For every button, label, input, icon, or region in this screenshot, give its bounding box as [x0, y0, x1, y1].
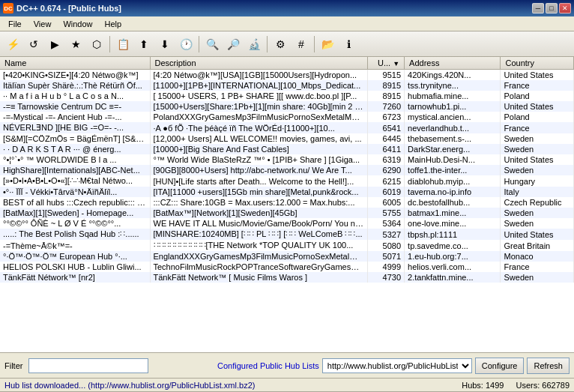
cell-users: 6290	[367, 165, 405, 175]
table-row[interactable]: .....: The Best Polish Sqad Hub :∷......…	[0, 229, 574, 240]
window-controls: ─ □ ✕	[532, 3, 571, 13]
table-row[interactable]: NÉVERLƎND ][HE BIG -=O=- -... ·Α ●б fÕ ·…	[0, 122, 574, 133]
recent-button[interactable]: 🕐	[176, 34, 196, 54]
cell-name: TänkFätt Nétwork™ [nr2]	[0, 272, 150, 283]
cell-users: 6215	[367, 175, 405, 187]
filter-input[interactable]	[28, 358, 148, 373]
table-row[interactable]: BEST of all hubs :::Czech republic::: (.…	[0, 197, 574, 208]
cell-addr: mystical.ancien...	[405, 112, 501, 122]
cell-addr: taverna.no-ip.info	[405, 187, 501, 197]
search2-button[interactable]: 🔎	[223, 34, 243, 54]
cell-addr: toffe1.the-inter...	[405, 165, 501, 175]
table-row[interactable]: [BatMax][1][Sweden] - Homepage... [BatMa…	[0, 208, 574, 218]
table-body: [•420•KING•SIZE•][4:20 Nétwo@k™] [4:20 N…	[0, 70, 574, 283]
cell-country: Sweden	[501, 218, 574, 229]
table-row[interactable]: TänkFätt Nétwork™ [nr2] TänkFätt Network…	[0, 272, 574, 283]
follow-button[interactable]: ▶	[45, 34, 64, 54]
cell-addr: neverlandhub.t...	[405, 122, 501, 133]
maximize-button[interactable]: □	[546, 3, 558, 13]
cell-users: 5364	[367, 218, 405, 229]
table-row[interactable]: [S&M][=CÖZmÖs = BägÉmënT] [S&M... [12,00…	[0, 133, 574, 144]
about-button[interactable]: ℹ	[339, 34, 358, 54]
toolbar: ⚡ ↺ ▶ ★ ⬡ 📋 ⬆ ⬇ 🕐 🔍 🔎 🔬 ⚙ # 📂 ℹ	[0, 31, 574, 57]
table-row[interactable]: Itälïan Supèr Shärè.:.:Thè Rétürñ Öf... …	[0, 80, 574, 91]
cell-users: 5080	[367, 240, 405, 251]
cell-country: France	[501, 122, 574, 133]
cell-desc: [4:20 Nétwo@k™][USA][1GB][15000Users][Hy…	[150, 70, 367, 81]
cell-name: -=-Mystical -=- Ancient Hub -=-...	[0, 112, 150, 122]
col-header-name[interactable]: Name	[0, 57, 150, 70]
search-button[interactable]: 🔍	[202, 34, 222, 54]
cell-addr: one-love.mine...	[405, 218, 501, 229]
queue-button[interactable]: 📋	[113, 34, 133, 54]
connect-button[interactable]: ⚡	[3, 34, 22, 54]
open-folder-button[interactable]: 📂	[318, 34, 337, 54]
hash-button[interactable]: #	[291, 34, 311, 54]
menu-window[interactable]: Window	[58, 17, 97, 31]
menu-file[interactable]: File	[3, 17, 27, 31]
cell-name: [BatMax][1][Sweden] - Homepage...	[0, 208, 150, 218]
table-row[interactable]: -=Thème~Ā©k™=- ∷∷∷∷∷∷∷∷∷∷[THE Network *T…	[0, 240, 574, 251]
configure-button[interactable]: Configure	[475, 358, 525, 374]
window-title: DC++ 0.674 - [Public Hubs]	[16, 4, 121, 13]
table-row[interactable]: °°©©°° ÔÑÈ ~ L Ø V É °°©©°°... WE HAVE I…	[0, 218, 574, 229]
cell-name: [•420•KING•SIZE•][4:20 Nétwo@k™]	[0, 70, 150, 81]
reconnect-button[interactable]: ↺	[24, 34, 43, 54]
cell-name: °°©©°° ÔÑÈ ~ L Ø V É °°©©°°...	[0, 218, 150, 229]
table-row[interactable]: HELIOS POLSKI HUB - Lublin Gliwi... Tech…	[0, 262, 574, 272]
cell-users: 4999	[367, 262, 405, 272]
hub-list-url-select[interactable]: http://www.hublist.org/PublicHubList.xn	[322, 358, 472, 373]
title-bar: DC DC++ 0.674 - [Public Hubs] ─ □ ✕	[0, 0, 574, 16]
download-button[interactable]: ⬇	[155, 34, 175, 54]
favorites-button[interactable]: ★	[66, 34, 85, 54]
upload-button[interactable]: ⬆	[134, 34, 154, 54]
cell-addr: hubmafia.mine...	[405, 91, 501, 101]
cell-desc: [MINSHARE:10240MB] [∷∷ PL ∷∷] [∷∷ WeLCom…	[150, 229, 367, 240]
cell-name: [»•D•I•A•B•L•O•«][∴∴M€tal Nétwo...	[0, 175, 150, 187]
cell-country: Poland	[501, 112, 574, 122]
table-row[interactable]: ∙ ∙ D A R K S T A R ∙∙∙ @ énerg... [1000…	[0, 144, 574, 154]
close-button[interactable]: ✕	[559, 3, 571, 13]
cell-country: United States	[501, 154, 574, 165]
cell-country: Great Britain	[501, 240, 574, 251]
search3-button[interactable]: 🔬	[244, 34, 264, 54]
cell-country: United States	[501, 101, 574, 112]
col-header-addr[interactable]: Address	[405, 57, 501, 70]
cell-desc: TänkFätt Network™ [ Music Films Waros ]	[150, 272, 367, 283]
cell-country: France	[501, 80, 574, 91]
menu-help[interactable]: Help	[100, 17, 127, 31]
table-row[interactable]: •°∙∙ ÏÏÏ - Vékki•Târvä°N•ÄïñÄlïl... [ITA…	[0, 187, 574, 197]
table-row[interactable]: °•¦°`•° ™ WORLDWIDE B l a ... °™ World W…	[0, 154, 574, 165]
col-header-country[interactable]: Country	[501, 57, 574, 70]
hubs-table-container[interactable]: Name Description U... ▼ Address Country …	[0, 57, 574, 353]
title-bar-left: DC DC++ 0.674 - [Public Hubs]	[3, 3, 121, 13]
table-row[interactable]: [»•D•I•A•B•L•O•«][∴∴M€tal Nétwo... [HUN]…	[0, 175, 574, 187]
table-row[interactable]: ∙∙ M a f i a H u b ° L a C o s a N... [ …	[0, 91, 574, 101]
col-header-users[interactable]: U... ▼	[367, 57, 405, 70]
table-row[interactable]: HighShare][Internationals][ABC-Net... [9…	[0, 165, 574, 175]
refresh-button[interactable]: Refresh	[527, 358, 570, 374]
sort-arrow-icon: ▼	[393, 60, 399, 67]
cell-users: 6723	[367, 112, 405, 122]
cell-desc: [90GB][8000+Users] http://abc-network.nu…	[150, 165, 367, 175]
minimize-button[interactable]: ─	[532, 3, 544, 13]
table-row[interactable]: °∙Ö™∙Ö™∙Ö™ European Hub °∙... EnglandXXX…	[0, 251, 574, 262]
public-hubs-button[interactable]: ⬡	[87, 34, 106, 54]
cell-users: 9515	[367, 70, 405, 81]
cell-country: Sweden	[501, 144, 574, 154]
cell-addr: diablohub.myip...	[405, 175, 501, 187]
cell-users: 6541	[367, 122, 405, 133]
col-header-desc[interactable]: Description	[150, 57, 367, 70]
table-row[interactable]: -=≡ Tarnowskie Centrum DC ≡=- [15000+Use…	[0, 101, 574, 112]
hubs-table: Name Description U... ▼ Address Country …	[0, 57, 574, 283]
menu-view[interactable]: View	[28, 17, 57, 31]
settings-button[interactable]: ⚙	[271, 34, 290, 54]
cell-users: 7260	[367, 101, 405, 112]
toolbar-sep-2	[199, 36, 199, 52]
cell-users: 6005	[367, 197, 405, 208]
toolbar-sep-1	[109, 36, 110, 52]
main-area: Name Description U... ▼ Address Country …	[0, 57, 574, 392]
table-row[interactable]: -=-Mystical -=- Ancient Hub -=-... Polan…	[0, 112, 574, 122]
cell-addr: batmax1.mine...	[405, 208, 501, 218]
table-row[interactable]: [•420•KING•SIZE•][4:20 Nétwo@k™] [4:20 N…	[0, 70, 574, 81]
